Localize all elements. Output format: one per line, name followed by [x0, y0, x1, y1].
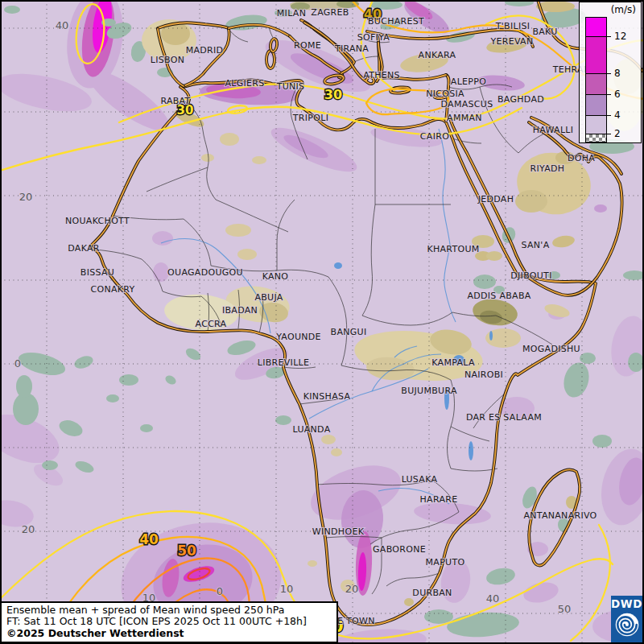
- legend-tick-mark: [606, 94, 611, 95]
- city-label-rome: ROME: [294, 40, 321, 51]
- contour-value-label: 30: [324, 87, 342, 102]
- contour-value-label: 50: [177, 543, 196, 559]
- legend-segment-spread-below-2: [586, 134, 606, 142]
- wind-speed-spread-map: 303040405030402002010010204050MILANZAGRE…: [0, 0, 644, 644]
- city-label-tirana: TIRANA: [334, 43, 369, 54]
- city-label-yerevan: YEREVAN: [490, 36, 534, 47]
- city-label-nouakchott: NOUAKCHOTT: [65, 216, 130, 226]
- city-label-libreville: LIBREVILLE: [258, 357, 310, 368]
- legend-tick-value: 2: [614, 128, 621, 139]
- city-label-harare: HARARE: [420, 494, 458, 505]
- legend-panel: (m/s) 128642: [579, 2, 642, 143]
- graticule-label: 10: [280, 583, 294, 595]
- legend-segment-spread-above-12: [586, 18, 606, 37]
- city-label-luanda: LUANDA: [293, 424, 331, 435]
- legend-segment-spread-8-12: [586, 37, 606, 74]
- graticule-label: 50: [558, 603, 572, 615]
- legend-tick-mark: [606, 134, 611, 134]
- city-label-kinshasa: KINSHASA: [303, 391, 351, 402]
- legend-tick-value: 8: [614, 68, 621, 79]
- city-label-dar-es-salaam: DAR ES SALAAM: [466, 412, 542, 423]
- city-label-accra: ACCRA: [196, 319, 227, 329]
- city-label-amman: AMMAN: [447, 113, 482, 123]
- city-label-damascus: DAMASCUS: [441, 99, 493, 109]
- city-label-t-bilisi: T'BILISI: [495, 21, 530, 31]
- city-label-durban: DURBAN: [412, 588, 452, 598]
- city-label-maputo: MAPUTO: [426, 557, 465, 568]
- graticule-label: 20: [19, 191, 33, 203]
- contour-value-label: 40: [139, 531, 159, 547]
- caption-forecast-time: FT: Sat 11 Oct 18 UTC [ICON EPS 2025 Oct…: [6, 616, 332, 628]
- legend-colorbar: [585, 17, 607, 142]
- city-label-algiers: ALGIERS: [225, 78, 264, 89]
- city-label-cairo: CAIRO: [420, 131, 449, 142]
- city-label-milan: MILAN: [277, 8, 306, 19]
- city-label-antananarivo: ANTANANARIVO: [523, 510, 597, 521]
- city-label-dakar: DAKAR: [68, 243, 100, 254]
- city-label-bissau: BISSAU: [80, 267, 114, 278]
- city-label-athens: ATHENS: [363, 70, 400, 80]
- graticule-label: 20: [345, 583, 359, 595]
- city-label-bangui: BANGUI: [331, 327, 367, 337]
- graticule-label: 40: [486, 592, 500, 605]
- city-label-nairobi: NAIROBI: [464, 369, 503, 380]
- legend-tick-value: 4: [614, 109, 621, 121]
- city-label-bucharest: BUCHAREST: [368, 16, 424, 27]
- legend-tick-value: 12: [614, 31, 626, 42]
- dwd-spiral-icon: [614, 612, 640, 638]
- caption-box: Ensemble mean + spread of Mean wind spee…: [0, 601, 338, 644]
- graticule-label: 0: [217, 585, 223, 597]
- dwd-logo: DWD: [611, 596, 642, 642]
- city-label-ouagadougou: OUAGADOUGOU: [167, 267, 243, 278]
- city-label-jeddah: JEDDAH: [477, 194, 514, 204]
- city-label-lusaka: LUSAKA: [402, 474, 438, 485]
- spread-shading-layer: [0, 0, 644, 644]
- legend-tick-mark: [606, 73, 611, 74]
- city-label-rabat: RABAT: [160, 96, 190, 106]
- city-label-mogadishu: MOGADISHU: [522, 344, 580, 354]
- legend-tick-value: 6: [614, 89, 621, 100]
- legend-tick-mark: [606, 36, 611, 37]
- city-label-ankara: ANKARA: [419, 50, 456, 60]
- dwd-logo-text: DWD: [611, 597, 642, 610]
- city-label-hawalli: HAWALLI: [533, 125, 574, 135]
- graticule-label: 20: [22, 523, 35, 535]
- city-label-baghdad: BAGHDAD: [497, 94, 544, 105]
- city-label-ibadan: IBADAN: [222, 305, 258, 316]
- city-label-abuja: ABUJA: [254, 292, 283, 303]
- city-label-san-a: SAN'A: [522, 240, 550, 250]
- city-label-nicosia: NICOSIA: [426, 89, 464, 99]
- city-label-lisbon: LISBON: [151, 55, 184, 65]
- caption-copyright: ©2025 Deutscher Wetterdienst: [6, 628, 332, 640]
- city-label-tunis: TUNIS: [276, 81, 305, 92]
- legend-segment-spread-6-8: [586, 74, 606, 95]
- city-label-windhoek: WINDHOEK: [312, 526, 365, 537]
- city-label-kano: KANO: [262, 271, 289, 282]
- city-label-tripoli: TRIPOLI: [292, 113, 328, 123]
- legend-tick-mark: [606, 115, 611, 116]
- legend-segment-spread-4-6: [586, 95, 606, 116]
- city-label-kampala: KAMPALA: [431, 357, 475, 368]
- city-label-aleppo: ALEPPO: [451, 76, 486, 87]
- city-label-khartoum: KHARTOUM: [427, 244, 479, 254]
- graticule-label: 0: [14, 357, 21, 369]
- city-label-madrid: MADRID: [186, 45, 224, 56]
- city-label-zagreb: ZAGREB: [311, 7, 349, 18]
- city-label-baku: BAKU: [532, 27, 557, 37]
- city-label-bujumbura: BUJUMBURA: [401, 386, 457, 396]
- graticule-label: 40: [56, 19, 69, 31]
- city-label-gaborone: GABORONE: [373, 544, 426, 555]
- dwd-ensemble-wind-map-page: 303040405030402002010010204050MILANZAGRE…: [0, 0, 644, 644]
- caption-title: Ensemble mean + spread of Mean wind spee…: [6, 605, 332, 617]
- city-label-riyadh: RIYADH: [530, 163, 565, 174]
- city-label-sofiya: SOFIYA: [357, 32, 390, 43]
- city-label-yaounde: YAOUNDE: [275, 332, 321, 342]
- city-label-djibouti: DJIBOUTI: [510, 270, 551, 281]
- city-label-addis-ababa: ADDIS ABABA: [467, 291, 530, 301]
- city-label-doha: DOHA: [568, 153, 595, 163]
- legend-units-label: (m/s): [611, 4, 636, 15]
- legend-segment-spread-2-4: [586, 116, 606, 134]
- city-label-conakry: CONAKRY: [90, 284, 134, 295]
